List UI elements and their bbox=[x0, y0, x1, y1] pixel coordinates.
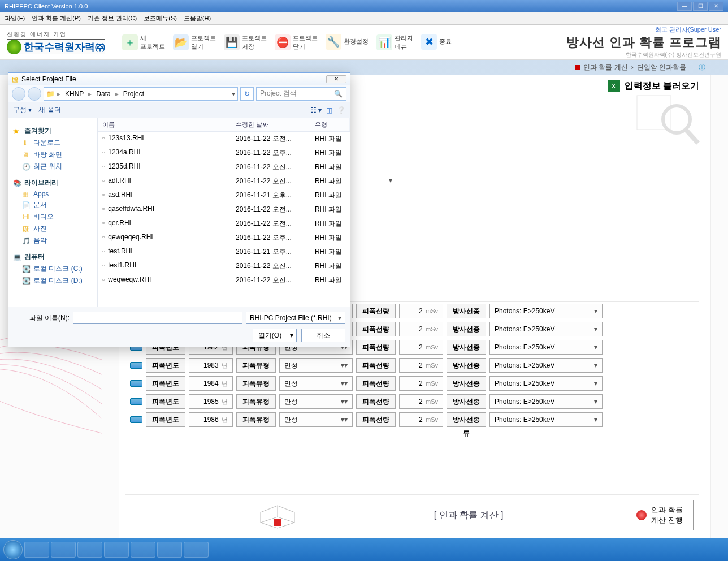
expose-type-select[interactable]: 만성▾ bbox=[279, 394, 353, 409]
dose-label: 피폭선량 bbox=[356, 322, 396, 336]
dose-value[interactable]: 2 mSv bbox=[399, 340, 443, 355]
cancel-button[interactable]: 취소 bbox=[301, 329, 345, 342]
rad-type-select[interactable]: Photons: E>250keV▾ bbox=[489, 412, 603, 427]
view-mode-button[interactable]: ☷ ▾ bbox=[310, 106, 322, 114]
file-row[interactable]: ▫qewqeqeq.RHI2016-11-22 오후...RHI 파일 bbox=[98, 231, 350, 245]
music-icon: 🎵 bbox=[22, 237, 30, 245]
start-button[interactable] bbox=[3, 540, 23, 559]
file-row[interactable]: ▫asd.RHI2016-11-21 오후...RHI 파일 bbox=[98, 188, 350, 202]
breadcrumb-marker-icon bbox=[575, 65, 580, 70]
nav-back-button[interactable] bbox=[12, 87, 25, 101]
preview-pane-button[interactable]: ◫ bbox=[326, 106, 332, 114]
file-row[interactable]: ▫qer.RHI2016-11-22 오전...RHI 파일 bbox=[98, 217, 350, 231]
file-row[interactable]: ▫123s13.RHI2016-11-22 오전...RHI 파일 bbox=[98, 132, 350, 146]
file-row[interactable]: ▫1235d.RHI2016-11-22 오전...RHI 파일 bbox=[98, 160, 350, 174]
row-delete-button[interactable] bbox=[130, 398, 142, 405]
menu-base[interactable]: 기준 정보 관리(C) bbox=[88, 14, 137, 23]
save-project-button[interactable]: 💾프로젝트저장 bbox=[224, 34, 267, 51]
path-bar[interactable]: 📁 ▸KHNP ▸Data ▸Project ▾ bbox=[44, 87, 238, 101]
rad-type-select[interactable]: Photons: E>250keV▾ bbox=[489, 340, 603, 355]
rad-type-label: 방사선종류 bbox=[447, 412, 486, 427]
expose-year-value[interactable]: 1984 년 bbox=[189, 376, 233, 391]
menu-aux[interactable]: 보조메뉴(S) bbox=[144, 14, 177, 23]
file-row[interactable]: ▫adf.RHI2016-11-22 오전...RHI 파일 bbox=[98, 174, 350, 188]
open-dropdown-button[interactable]: ▾ bbox=[287, 329, 297, 342]
admin-menu-button[interactable]: 📊관리자메뉴 bbox=[376, 34, 413, 51]
file-row[interactable]: ▫test.RHI2016-11-21 오후...RHI 파일 bbox=[98, 245, 350, 259]
rad-type-select[interactable]: Photons: E>250keV▾ bbox=[489, 394, 603, 409]
settings-icon: 🔧 bbox=[326, 34, 341, 50]
file-icon: ▫ bbox=[102, 134, 105, 142]
menu-help[interactable]: 도움말(H) bbox=[184, 14, 211, 23]
dialog-close-button[interactable]: ✕ bbox=[326, 75, 346, 83]
organize-menu[interactable]: 구성 ▾ bbox=[13, 105, 32, 115]
task-item[interactable] bbox=[51, 542, 76, 558]
expose-type-select[interactable]: 만성▾ bbox=[279, 376, 353, 391]
file-row[interactable]: ▫1234a.RHI2016-11-22 오후...RHI 파일 bbox=[98, 146, 350, 160]
recent-icon: 🕘 bbox=[22, 163, 30, 171]
task-item[interactable] bbox=[184, 542, 209, 558]
dose-value[interactable]: 2 mSv bbox=[399, 304, 443, 318]
close-project-button[interactable]: ⛔프로젝트닫기 bbox=[275, 34, 318, 51]
filter-select[interactable]: RHI-PC Project File (*.RHI)▾ bbox=[246, 312, 345, 324]
breadcrumb-a[interactable]: 인과 확률 계산 bbox=[583, 63, 628, 72]
settings-button[interactable]: 🔧환경설정 bbox=[326, 34, 369, 51]
file-row[interactable]: ▫weqweqw.RHI2016-11-22 오전...RHI 파일 bbox=[98, 273, 350, 287]
min-button[interactable]: — bbox=[677, 2, 692, 11]
new-project-icon: ＋ bbox=[122, 34, 138, 50]
dose-value[interactable]: 2 mSv bbox=[399, 394, 443, 409]
row-delete-button[interactable] bbox=[130, 380, 142, 387]
nav-tree[interactable]: ★즐겨찾기 ⬇다운로드 🖥바탕 화면 🕘최근 위치 📚라이브러리 ▦Apps 📄… bbox=[8, 118, 98, 307]
col-date[interactable]: 수정한 날짜 bbox=[231, 118, 310, 131]
task-item[interactable] bbox=[131, 542, 155, 558]
expose-year-value[interactable]: 1985 년 bbox=[189, 394, 233, 409]
dose-value[interactable]: 2 mSv bbox=[399, 412, 443, 427]
rad-type-label: 방사선종류 bbox=[447, 340, 486, 355]
open-project-button[interactable]: 📂프로젝트열기 bbox=[173, 34, 216, 51]
dose-value[interactable]: 2 mSv bbox=[399, 358, 443, 373]
new-project-button[interactable]: ＋새프로젝트 bbox=[122, 34, 165, 51]
file-row[interactable]: ▫test1.RHI2016-11-22 오전...RHI 파일 bbox=[98, 259, 350, 273]
task-item[interactable] bbox=[24, 542, 49, 558]
rad-type-select[interactable]: Photons: E>250keV▾ bbox=[489, 358, 603, 373]
file-row[interactable]: ▫qaseffdwfa.RHI2016-11-22 오전...RHI 파일 bbox=[98, 202, 350, 217]
max-button[interactable]: ☐ bbox=[693, 2, 708, 11]
exit-button[interactable]: ✖종료 bbox=[421, 34, 452, 51]
col-name[interactable]: 이름 bbox=[98, 118, 231, 131]
dose-value[interactable]: 2 mSv bbox=[399, 376, 443, 391]
row-delete-button[interactable] bbox=[130, 362, 142, 369]
rad-type-select[interactable]: Photons: E>250keV▾ bbox=[489, 304, 603, 318]
filename-input[interactable] bbox=[73, 312, 242, 324]
open-button[interactable]: 열기(O) bbox=[253, 329, 287, 342]
task-item[interactable] bbox=[104, 542, 129, 558]
open-project-icon: 📂 bbox=[173, 34, 189, 50]
col-type[interactable]: 유형 bbox=[310, 118, 350, 131]
file-list[interactable]: 이름 수정한 날짜 유형 ▫123s13.RHI2016-11-22 오전...… bbox=[98, 118, 350, 307]
apps-icon: ▦ bbox=[22, 190, 30, 198]
search-input[interactable]: Project 검색🔍 bbox=[256, 87, 346, 101]
dose-value[interactable]: 2 mSv bbox=[399, 322, 443, 336]
calculate-button[interactable]: 인과 확률계산 진행 bbox=[626, 500, 694, 530]
close-button[interactable]: ✕ bbox=[709, 2, 723, 11]
expose-type-select[interactable]: 만성▾ bbox=[279, 358, 353, 373]
new-folder-button[interactable]: 새 폴더 bbox=[38, 105, 60, 115]
task-item[interactable] bbox=[77, 542, 102, 558]
nav-fwd-button[interactable] bbox=[28, 87, 41, 101]
rad-type-select[interactable]: Photons: E>250keV▾ bbox=[489, 376, 603, 391]
expose-year-value[interactable]: 1986 년 bbox=[189, 412, 233, 427]
rad-type-select[interactable]: Photons: E>250keV▾ bbox=[489, 322, 603, 336]
help-button[interactable]: ❔ bbox=[337, 106, 345, 114]
task-item[interactable] bbox=[157, 542, 182, 558]
expose-type-select[interactable]: 만성▾ bbox=[279, 412, 353, 427]
breadcrumb-info-icon[interactable]: ⓘ bbox=[699, 63, 705, 72]
file-icon: ▫ bbox=[102, 275, 105, 283]
taskbar[interactable] bbox=[0, 538, 728, 561]
institute-label: 한국수력원자력(주) 방사선보건연구원 bbox=[566, 51, 721, 59]
refresh-button[interactable]: ↻ bbox=[240, 87, 254, 101]
header-strip: 친환경 에너지 기업 한국수력원자력㈜ ＋새프로젝트 📂프로젝트열기 💾프로젝트… bbox=[0, 25, 728, 60]
breadcrumb-b[interactable]: 단일암 인과확률 bbox=[637, 63, 686, 72]
expose-year-value[interactable]: 1983 년 bbox=[189, 358, 233, 373]
menu-calc[interactable]: 인과 확률 계산(P) bbox=[32, 14, 81, 23]
menu-file[interactable]: 파일(F) bbox=[5, 14, 25, 23]
row-delete-button[interactable] bbox=[130, 416, 142, 423]
